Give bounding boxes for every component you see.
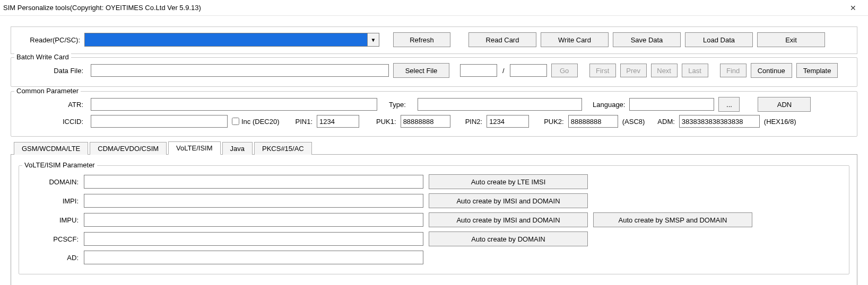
next-button[interactable]: Next: [651, 64, 678, 77]
tab-pkcs[interactable]: PKCS#15/AC: [254, 142, 312, 155]
puk1-label: PUK1:: [376, 118, 396, 126]
template-button[interactable]: Template: [796, 63, 838, 78]
adn-button[interactable]: ADN: [758, 97, 811, 112]
batch-legend: Batch Write Card: [14, 53, 71, 61]
datafile-input[interactable]: [91, 64, 389, 77]
pin1-input[interactable]: [317, 115, 359, 128]
iccid-input[interactable]: [91, 115, 228, 128]
reader-label: Reader(PC/SC):: [16, 36, 80, 44]
impi-input[interactable]: [84, 194, 423, 208]
type-input[interactable]: [418, 98, 582, 111]
impu-label: IMPU:: [25, 216, 79, 224]
common-legend: Common Parameter: [14, 87, 81, 95]
tab-cdma[interactable]: CDMA/EVDO/CSIM: [90, 142, 167, 155]
loaddata-button[interactable]: Load Data: [685, 32, 753, 47]
adm-input[interactable]: [679, 115, 760, 128]
prev-button[interactable]: Prev: [620, 64, 647, 77]
pin2-input[interactable]: [487, 115, 529, 128]
tabpage-volte: VoLTE/ISIM Parameter DOMAIN: Auto create…: [11, 155, 857, 285]
inc-checkbox-box[interactable]: [232, 118, 239, 125]
hex-label: (HEX16/8): [764, 118, 796, 126]
selectfile-button[interactable]: Select File: [393, 63, 449, 78]
writecard-button[interactable]: Write Card: [541, 32, 609, 47]
impu-input[interactable]: [84, 213, 423, 227]
last-button[interactable]: Last: [682, 64, 708, 77]
language-input[interactable]: [629, 98, 714, 111]
tabstrip: GSM/WCDMA/LTE CDMA/EVDO/CSIM VoLTE/ISIM …: [11, 141, 857, 155]
pcscf-label: PCSCF:: [25, 235, 79, 243]
puk1-input[interactable]: [401, 115, 450, 128]
reader-panel: Reader(PC/SC): ▼ Refresh Read Card Write…: [11, 26, 857, 54]
savedata-button[interactable]: Save Data: [613, 32, 681, 47]
ad-label: AD:: [25, 254, 79, 262]
tab-java[interactable]: Java: [222, 142, 253, 155]
impu-auto-smsp-button[interactable]: Auto create by SMSP and DOMAIN: [593, 212, 752, 227]
adm-label: ADM:: [657, 118, 675, 126]
pin2-label: PIN2:: [465, 118, 483, 126]
atr-input[interactable]: [91, 98, 377, 111]
window-title: SIM Personalize tools(Copyright: OYEITIM…: [3, 4, 201, 12]
titlebar: SIM Personalize tools(Copyright: OYEITIM…: [0, 0, 868, 16]
slash: /: [501, 67, 506, 75]
impu-auto-imsi-button[interactable]: Auto create by IMSI and DOMAIN: [429, 212, 588, 227]
batch-group: Batch Write Card Data File: Select File …: [11, 57, 857, 87]
first-button[interactable]: First: [589, 64, 616, 77]
continue-button[interactable]: Continue: [751, 63, 792, 78]
tab-gsm[interactable]: GSM/WCDMA/LTE: [14, 142, 88, 155]
tab-volte[interactable]: VoLTE/ISIM: [168, 141, 220, 155]
go-button[interactable]: Go: [551, 64, 578, 77]
iccid-label: ICCID:: [18, 118, 86, 126]
pos-a-input[interactable]: [460, 64, 497, 77]
readcard-button[interactable]: Read Card: [468, 32, 536, 47]
volte-legend: VoLTE/ISIM Parameter: [22, 161, 97, 169]
close-icon[interactable]: ✕: [843, 2, 864, 14]
common-group: Common Parameter ATR: Type: Language: ..…: [11, 91, 857, 137]
volte-group: VoLTE/ISIM Parameter DOMAIN: Auto create…: [19, 165, 849, 274]
inc-label: Inc (DEC20): [241, 118, 280, 126]
ad-input[interactable]: [84, 251, 423, 264]
pcscf-input[interactable]: [84, 232, 423, 246]
reader-combo-field[interactable]: [85, 33, 367, 46]
puk2-input[interactable]: [568, 115, 618, 128]
domain-input[interactable]: [84, 175, 423, 189]
pos-b-input[interactable]: [510, 64, 547, 77]
impi-label: IMPI:: [25, 197, 79, 205]
domain-label: DOMAIN:: [25, 178, 79, 186]
refresh-button[interactable]: Refresh: [393, 32, 450, 47]
impi-auto-button[interactable]: Auto create by IMSI and DOMAIN: [429, 193, 588, 208]
domain-auto-button[interactable]: Auto create by LTE IMSI: [429, 174, 588, 189]
asc8-label: (ASC8): [622, 118, 645, 126]
inc-checkbox[interactable]: Inc (DEC20): [232, 118, 280, 126]
exit-button[interactable]: Exit: [757, 32, 825, 47]
datafile-label: Data File:: [18, 67, 86, 75]
pin1-label: PIN1:: [296, 118, 313, 126]
chevron-down-icon[interactable]: ▼: [367, 33, 379, 46]
reader-combo[interactable]: ▼: [84, 33, 379, 47]
atr-label: ATR:: [18, 101, 86, 109]
language-label: Language:: [593, 101, 625, 109]
puk2-label: PUK2:: [544, 118, 564, 126]
type-label: Type:: [389, 101, 413, 109]
pcscf-auto-button[interactable]: Auto create by DOMAIN: [429, 231, 588, 246]
find-button[interactable]: Find: [720, 64, 747, 77]
language-browse-button[interactable]: ...: [718, 97, 740, 112]
